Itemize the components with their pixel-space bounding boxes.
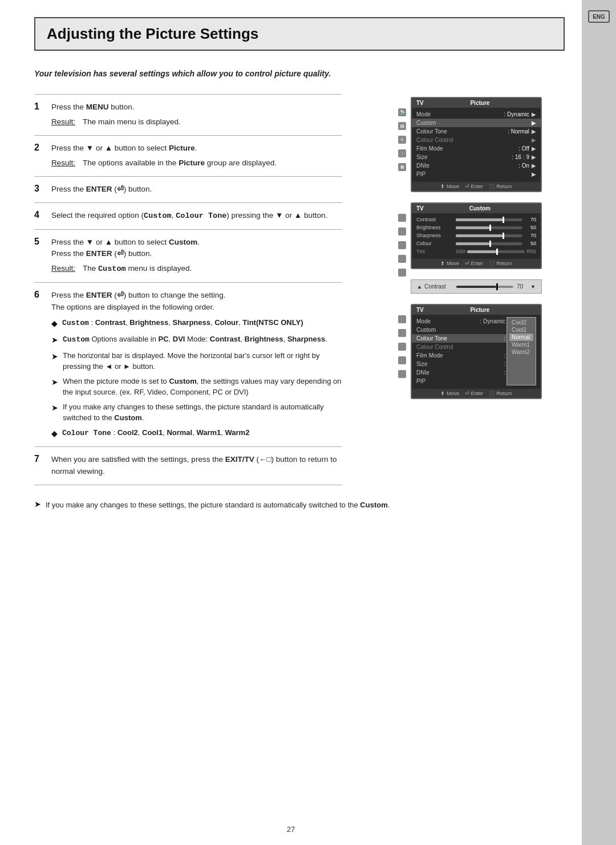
tv-val-normal: : Normal (508, 128, 529, 135)
tv-screen-4-title: Picture (470, 307, 489, 313)
tv-screen-1-header: TV Picture (412, 98, 541, 108)
tv-screen-4-rows: Mode : Dynamic Custom Colour Tone : (416, 317, 505, 385)
arrow-icon-3: ➤ (51, 351, 58, 363)
tv-bar-thumb-contrast (502, 217, 504, 223)
tv4-key-dnie: DNIe (416, 369, 429, 376)
tv-screen-2-footer: ⬆ Move ⏎ Enter ⬛ Return (412, 259, 541, 268)
tv-screen-2: TV Custom Contrast 70 (411, 202, 542, 269)
tv4-key-colourcontrol: Colour Control (416, 344, 453, 350)
bullet-6: ◆ Colour Tone : Cool2, Cool1, Normal, Wa… (51, 427, 342, 440)
tv4-row-size: Size : (416, 360, 505, 368)
tv-bar-track-sharpness (456, 234, 522, 237)
tv-key-mode: Mode (416, 111, 431, 117)
step-content-3: Press the ENTER (⏎) button. (51, 184, 342, 196)
tv-bar-value-colour: 50 (525, 241, 536, 246)
tv-screen-2-body: Contrast 70 Brightness (412, 213, 541, 259)
tv-key-size: Size (416, 154, 427, 160)
result-label-1: Result: (51, 116, 83, 128)
tv-bar-colour: Colour 50 (416, 239, 536, 247)
tv-screen-2-label: TV (416, 205, 424, 212)
tv-bar-sharpness: Sharpness 70 (416, 231, 536, 239)
diamond-icon-1: ◆ (51, 318, 58, 330)
tv-footer-move-2: ⬆ Move (440, 261, 459, 266)
step-6: 6 Press the ENTER (⏎) button to change t… (34, 282, 342, 446)
page-title: Adjusting the Picture Settings (47, 25, 552, 43)
tv-row-size: Size : 16 : 9 ▶ (416, 153, 536, 161)
steps-container: 1 Press the MENU button. Result: The mai… (34, 94, 342, 485)
bullet-text-4: When the picture mode is set to Custom, … (63, 376, 342, 398)
tv4-row-pip: PIP (416, 377, 505, 385)
tv-icon2-dots (398, 255, 406, 263)
step-number-6: 6 (34, 290, 51, 300)
result-text-5: The Custom menu is displayed. (83, 263, 192, 275)
tv-bar-track-contrast (456, 218, 522, 221)
tv-arrow-pip: ▶ (532, 171, 536, 177)
arrow-icon-5: ➤ (51, 402, 58, 415)
tv-key-dnie: DNIe (416, 162, 429, 169)
tv-bar-thumb-colour (489, 241, 491, 247)
step-3: 3 Press the ENTER (⏎) button. (34, 176, 342, 202)
tv-icon4-dots (398, 356, 406, 364)
tv-screen-4: TV Picture Mode : Dynamic (411, 304, 542, 399)
tv4-colon-size: : (504, 361, 505, 367)
tv-side-icons-4 (398, 315, 406, 378)
step-1: 1 Press the MENU button. Result: The mai… (34, 94, 342, 135)
tv4-colon-dnie: : (504, 369, 505, 376)
page-number: 27 (287, 825, 295, 834)
result-label-2: Result: (51, 157, 83, 169)
tv4-val-mode: : Dynamic (480, 318, 505, 324)
tv-icon2-grid (398, 269, 406, 277)
tv-tint-thumb (496, 249, 498, 255)
step-5: 5 Press the ▼ or ▲ button to select Cust… (34, 229, 342, 283)
tv4-row-colourcontrol: Colour Control (416, 343, 505, 351)
tv-bar-track-colour (456, 242, 522, 245)
tv4-key-colourtone: Colour Tone (416, 335, 447, 342)
tv-side-icons-1: 📡 🖼 ⊙ ⋮ ▦ (398, 108, 406, 171)
tv-icon4-circle (398, 343, 406, 351)
bullet-text-6: Colour Tone : Cool2, Cool1, Normal, Warm… (62, 427, 342, 439)
tv-screen-3-label: Contrast (424, 283, 453, 290)
step-number-4: 4 (34, 210, 51, 220)
tv4-key-mode: Mode (416, 318, 431, 324)
bullet-5: ➤ If you make any changes to these setti… (51, 401, 342, 424)
tv-screen-3-down-arrow: ▼ (530, 284, 536, 290)
tv-icon2-antenna (398, 214, 406, 222)
step-4: 4 Select the required option (Custom, Co… (34, 202, 342, 229)
dropdown-item-cool2: Cool2 (509, 319, 533, 326)
bullet-text-3: The horizontal bar is displayed. Move th… (63, 350, 342, 372)
tv-val-filmmode: : Off (518, 145, 529, 152)
tv-icon2-photo (398, 228, 406, 235)
tv-screen-4-body: Mode : Dynamic Custom Colour Tone : (412, 315, 541, 389)
tv-icon4-antenna (398, 315, 406, 323)
tv-row-filmmode: Film Mode : Off ▶ (416, 144, 536, 153)
tv-screen-1-title: Picture (470, 100, 489, 106)
step-content-7: When you are satisfied with the settings… (51, 454, 342, 478)
tv-bar-label-sharpness: Sharpness (416, 233, 453, 238)
tv-screen-1-label: TV (416, 100, 424, 106)
dropdown-item-normal: Normal (509, 334, 533, 341)
tv-screen-2-wrapper: TV Custom Contrast 70 (411, 202, 542, 269)
tv-icon-circle: ⊙ (398, 136, 406, 144)
tv4-row-dnie: DNIe : (416, 368, 505, 377)
tv-footer-return-1: ⬛ Return (489, 184, 512, 189)
tv-screen-3-track (456, 286, 513, 288)
dropdown-item-warm1: Warm1 (509, 341, 533, 348)
tv-bar-label-colour: Colour (416, 241, 453, 246)
main-content: Adjusting the Picture Settings Your tele… (0, 0, 582, 845)
tv-bar-fill-brightness (456, 226, 489, 229)
tv4-row-colourtone: Colour Tone : (412, 334, 510, 343)
tv-arrow-colourcontrol: ▶ (532, 137, 536, 143)
tv-row-mode: Mode : Dynamic ▶ (416, 110, 536, 119)
bottom-note: ➤ If you make any changes to these setti… (34, 499, 565, 522)
tv-tint-row: G50 R50 (456, 249, 536, 254)
tv-row-colourcontrol: Colour Control ▶ (416, 136, 536, 144)
tv-screen-4-header: TV Picture (412, 305, 541, 315)
tv-bar-label-contrast: Contrast (416, 217, 453, 222)
tv-bar-value-sharpness: 70 (525, 233, 536, 238)
tv-screen-4-main: Mode : Dynamic Custom Colour Tone : (416, 317, 536, 385)
tv-screen-3-thumb (496, 283, 498, 290)
step-number-7: 7 (34, 454, 51, 464)
tv-screen-4-footer: ⬆ Move ⏎ Enter ⬛ Return (412, 389, 541, 398)
tv-arrow-dnie: ▶ (532, 162, 536, 169)
tv4-key-size: Size (416, 361, 427, 367)
